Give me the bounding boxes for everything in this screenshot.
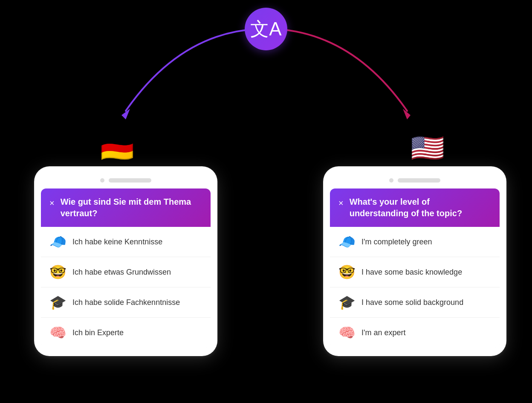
option-emoji: 🧠 [338, 325, 356, 341]
options-list-left: 🧢 Ich habe keine Kenntnisse 🤓 Ich habe e… [41, 227, 211, 348]
option-item[interactable]: 🧢 I'm completely green [330, 227, 500, 257]
option-text: I have some basic knowledge [361, 268, 462, 277]
phone-dot-left [100, 178, 104, 183]
option-emoji: 🤓 [49, 264, 66, 280]
dialog-title-left: Wie gut sind Sie mit dem Thema vertraut? [61, 196, 202, 219]
option-item[interactable]: 🎓 I have some solid background [330, 287, 500, 318]
option-item[interactable]: 🧠 I'm an expert [330, 318, 500, 348]
option-emoji: 🧢 [49, 234, 66, 250]
phone-right: × What's your level of understanding of … [323, 166, 506, 356]
option-emoji: 🧠 [49, 325, 66, 341]
svg-marker-1 [403, 109, 411, 119]
phone-top-bar-left [34, 178, 217, 188]
option-emoji: 🧢 [338, 234, 356, 250]
option-text: Ich bin Experte [72, 328, 124, 337]
phone-dot-right [389, 178, 393, 183]
option-text: Ich habe solide Fachkenntnisse [72, 298, 180, 307]
option-item[interactable]: 🧠 Ich bin Experte [41, 318, 211, 348]
translate-icon-wrapper: 文A [245, 8, 287, 50]
option-text: I'm completely green [361, 238, 432, 246]
close-button-left[interactable]: × [49, 197, 55, 209]
option-item[interactable]: 🎓 Ich habe solide Fachkenntnisse [41, 287, 211, 318]
phone-top-bar-right [323, 178, 506, 188]
option-text: I have some solid background [361, 298, 463, 307]
flag-left: 🇩🇪 [100, 132, 134, 164]
dialog-header-right: × What's your level of understanding of … [330, 188, 500, 227]
phone-pill-right [398, 178, 440, 183]
option-text: Ich habe etwas Grundwissen [72, 268, 171, 277]
option-emoji: 🎓 [338, 294, 356, 310]
option-item[interactable]: 🤓 Ich habe etwas Grundwissen [41, 257, 211, 287]
dialog-header-left: × Wie gut sind Sie mit dem Thema vertrau… [41, 188, 211, 227]
option-emoji: 🤓 [338, 264, 356, 280]
scene: 文A 🇩🇪 🇺🇸 × Wie gut sind Sie mit dem Them… [0, 0, 532, 403]
option-item[interactable]: 🤓 I have some basic knowledge [330, 257, 500, 287]
translate-icon: 文A [250, 20, 281, 38]
dialog-title-right: What's your level of understanding of th… [350, 196, 491, 219]
option-emoji: 🎓 [49, 294, 66, 310]
flag-right: 🇺🇸 [411, 132, 445, 164]
options-list-right: 🧢 I'm completely green 🤓 I have some bas… [330, 227, 500, 348]
svg-marker-0 [121, 109, 130, 119]
option-text: Ich habe keine Kenntnisse [72, 238, 162, 246]
option-text: I'm an expert [361, 328, 405, 337]
phone-pill-left [109, 178, 151, 183]
phone-left: × Wie gut sind Sie mit dem Thema vertrau… [34, 166, 217, 356]
close-button-right[interactable]: × [338, 197, 344, 209]
option-item[interactable]: 🧢 Ich habe keine Kenntnisse [41, 227, 211, 257]
